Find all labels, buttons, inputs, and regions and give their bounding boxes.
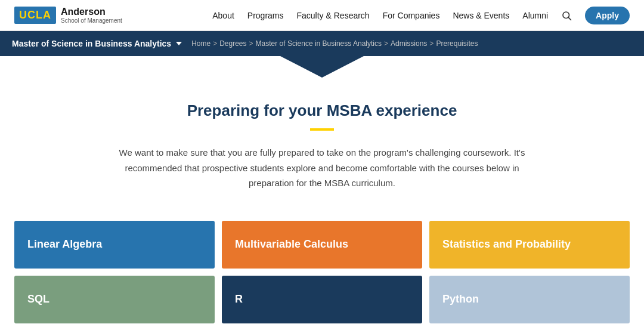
sep3: >	[384, 39, 388, 48]
ucla-badge: UCLA	[14, 7, 56, 24]
cards-row-2: SQL R Python	[14, 276, 630, 323]
nav-about[interactable]: About	[212, 11, 234, 20]
card-sql[interactable]: SQL	[14, 276, 215, 323]
nav-programs[interactable]: Programs	[247, 11, 284, 20]
subnav-bar: Master of Science in Business Analytics …	[0, 31, 644, 56]
sep4: >	[429, 39, 434, 48]
breadcrumb: Home > Degrees > Master of Science in Bu…	[191, 39, 478, 48]
header-left: UCLA Anderson School of Management	[14, 6, 122, 24]
card-multivariable-calculus[interactable]: Multivariable Calculus	[222, 221, 422, 269]
card-r-label: R	[235, 293, 243, 306]
gold-divider	[310, 128, 334, 131]
search-icon[interactable]	[561, 10, 572, 21]
main-title: Preparing for your MSBA experience	[12, 101, 632, 120]
card-linear-algebra[interactable]: Linear Algebra	[14, 221, 215, 269]
breadcrumb-admissions[interactable]: Admissions	[391, 39, 427, 48]
card-python-label: Python	[442, 293, 479, 306]
nav-news[interactable]: News & Events	[453, 11, 509, 20]
main-content: Preparing for your MSBA experience We wa…	[0, 78, 644, 209]
card-linear-algebra-label: Linear Algebra	[27, 238, 102, 251]
subnav-title-wrap[interactable]: Master of Science in Business Analytics	[12, 39, 182, 48]
header-nav: About Programs Faculty & Research For Co…	[212, 7, 630, 24]
breadcrumb-prerequisites: Prerequisites	[436, 39, 478, 48]
apply-button[interactable]: Apply	[585, 7, 630, 24]
ucla-logo: UCLA Anderson School of Management	[14, 6, 122, 24]
card-statistics-probability-label: Statistics and Probability	[442, 238, 571, 251]
anderson-name: Anderson	[61, 6, 122, 17]
chevron-down-icon	[176, 42, 182, 45]
triangle-decoration	[0, 56, 644, 78]
anderson-text: Anderson School of Management	[61, 6, 122, 24]
card-statistics-probability[interactable]: Statistics and Probability	[429, 221, 630, 269]
sep1: >	[213, 39, 217, 48]
breadcrumb-home[interactable]: Home	[191, 39, 210, 48]
triangle-down	[280, 56, 364, 78]
header: UCLA Anderson School of Management About…	[0, 0, 644, 31]
breadcrumb-msba[interactable]: Master of Science in Business Analytics	[256, 39, 382, 48]
nav-faculty[interactable]: Faculty & Research	[297, 11, 370, 20]
anderson-subtitle: School of Management	[61, 17, 122, 24]
main-description: We want to make sure that you are fully …	[113, 145, 531, 191]
nav-companies[interactable]: For Companies	[383, 11, 440, 20]
sep2: >	[249, 39, 253, 48]
card-multivariable-calculus-label: Multivariable Calculus	[235, 238, 348, 251]
svg-line-1	[568, 17, 571, 20]
breadcrumb-degrees[interactable]: Degrees	[219, 39, 246, 48]
cards-section: Linear Algebra Multivariable Calculus St…	[0, 209, 644, 323]
card-python[interactable]: Python	[429, 276, 630, 323]
card-sql-label: SQL	[27, 293, 49, 306]
nav-alumni[interactable]: Alumni	[522, 11, 548, 20]
cards-row-1: Linear Algebra Multivariable Calculus St…	[14, 221, 630, 269]
subnav-title: Master of Science in Business Analytics	[12, 39, 171, 48]
card-r[interactable]: R	[222, 276, 422, 323]
